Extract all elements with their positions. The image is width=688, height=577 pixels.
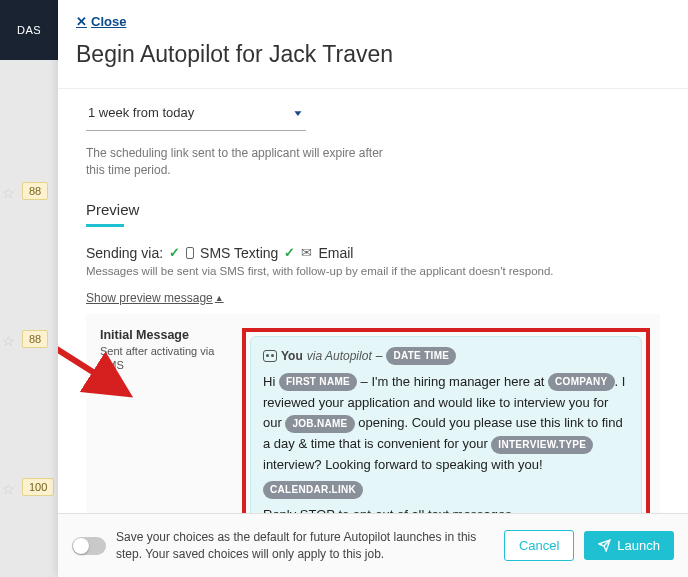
score-badge: 88 [22,182,48,200]
close-button[interactable]: ✕ Close [76,14,126,29]
sms-label: SMS Texting [200,245,278,261]
annotation-highlight: You via Autopilot – DATE TIME Hi FIRST N… [242,328,650,513]
show-preview-label: Show preview message [86,291,213,305]
launch-button[interactable]: Launch [584,531,674,560]
check-icon: ✓ [169,245,180,260]
modal-title: Begin Autopilot for Jack Traven [58,29,688,89]
caret-up-icon: ▲ [215,293,224,303]
bubble-header: You via Autopilot – DATE TIME [263,347,629,366]
chevron-down-icon: ▼ [292,108,304,118]
autopilot-modal: ✕ Close Begin Autopilot for Jack Traven … [58,0,688,577]
check-icon: ✓ [284,245,295,260]
pill-company: COMPANY [548,373,614,391]
star-icon: ☆ [2,185,15,201]
expiry-help-text: The scheduling link sent to the applican… [86,145,386,179]
text-frag: interview? Looking forward to speaking w… [263,457,543,472]
background-page: DAS ☆ 88 ☆ 88 ☆ 100 [0,0,58,577]
show-preview-toggle[interactable]: Show preview message ▲ [86,291,224,305]
pill-calendar-link: CALENDAR.LINK [263,481,363,499]
expiry-select[interactable]: 1 week from today ▼ [86,99,306,131]
phone-icon [186,247,194,259]
message-bubble: You via Autopilot – DATE TIME Hi FIRST N… [250,336,642,513]
separator: – [376,347,383,366]
preview-container: Initial Message Sent after activating vi… [86,314,660,513]
preview-heading: Preview [86,201,660,218]
sending-via-label: Sending via: [86,245,163,261]
launch-label: Launch [617,538,660,553]
expiry-value: 1 week from today [88,105,194,120]
sending-help-text: Messages will be sent via SMS first, wit… [86,265,660,277]
close-label: Close [91,14,126,29]
save-default-text: Save your choices as the default for fut… [116,529,494,561]
text-frag: Hi [263,374,279,389]
pill-first-name: FIRST NAME [279,373,357,391]
close-icon: ✕ [76,14,87,29]
pill-interview-type: INTERVIEW.TYPE [491,436,593,454]
modal-body: 1 week from today ▼ The scheduling link … [58,89,688,513]
email-label: Email [318,245,353,261]
cancel-button[interactable]: Cancel [504,530,574,561]
heading-underline [86,224,124,227]
star-icon: ☆ [2,333,15,349]
initial-message-title: Initial Message [100,328,230,342]
text-frag: – I'm the hiring manager here at [357,374,548,389]
envelope-icon: ✉ [301,245,312,260]
via-autopilot: via Autopilot [307,347,372,366]
optout-text: Reply STOP to opt-out of all text messag… [263,505,629,513]
bot-icon [263,350,277,362]
modal-footer: Save your choices as the default for fut… [58,513,688,577]
send-icon [598,539,611,552]
sender-you: You [281,347,303,366]
toggle-knob [73,538,89,554]
score-badge: 100 [22,478,54,496]
pill-datetime: DATE TIME [386,347,456,365]
bubble-body: Hi FIRST NAME – I'm the hiring manager h… [263,372,629,513]
preview-meta: Initial Message Sent after activating vi… [100,328,230,373]
save-default-toggle[interactable] [72,537,106,555]
initial-message-sub: Sent after activating via SMS [100,344,230,373]
nav-fragment: DAS [0,0,58,60]
sending-via-row: Sending via: ✓ SMS Texting ✓ ✉ Email [86,245,660,261]
score-badge: 88 [22,330,48,348]
star-icon: ☆ [2,481,15,497]
pill-job-name: JOB.NAME [285,415,354,433]
